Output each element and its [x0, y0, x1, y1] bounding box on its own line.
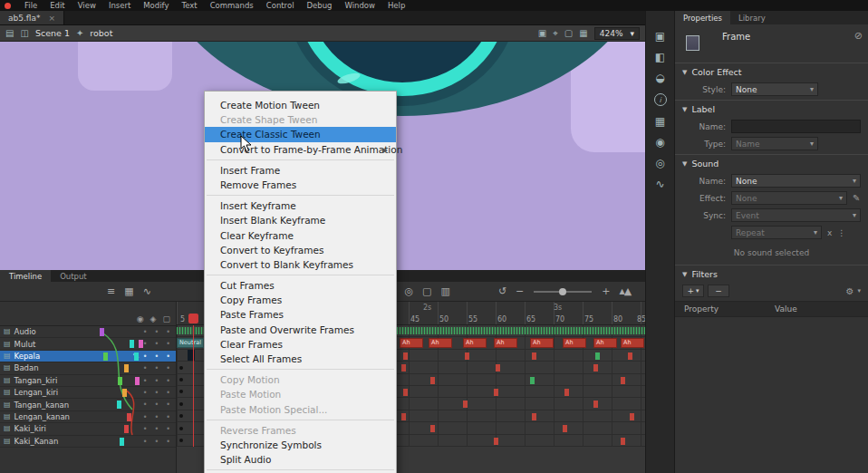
visibility-dot[interactable]: • — [143, 351, 148, 362]
keyframe-mark[interactable] — [135, 377, 140, 385]
frame-view-icon[interactable]: ▦ — [124, 286, 133, 296]
keyframe-mark[interactable] — [134, 352, 139, 361]
lock-dot[interactable]: • — [155, 338, 159, 350]
menu-view[interactable]: View — [72, 0, 102, 11]
zoom-in-icon[interactable]: + — [602, 286, 610, 296]
layer-row-kepala[interactable]: ▤ Kepala ✎ ••• — [0, 351, 176, 362]
keyframe-mark[interactable] — [118, 377, 122, 385]
frame-label[interactable]: Ah — [621, 338, 644, 348]
outline-dot[interactable]: • — [166, 436, 170, 448]
onion-skin-icon[interactable]: ◎ — [404, 286, 413, 296]
keyframe-mark[interactable] — [127, 413, 131, 421]
tab-library[interactable]: Library — [730, 11, 774, 24]
breadcrumb-symbol[interactable]: robot — [90, 28, 112, 38]
menu-item-clear-frames[interactable]: Clear Frames — [205, 337, 396, 352]
menu-item-select-all-frames[interactable]: Select All Frames — [205, 352, 396, 366]
visibility-dot[interactable]: • — [143, 387, 148, 399]
keyframe-mark[interactable] — [130, 340, 134, 348]
frame-label[interactable]: Neutral — [177, 338, 204, 348]
paint-bucket-icon[interactable]: ◒ — [655, 72, 664, 83]
graph-panel-icon[interactable]: ∿ — [655, 179, 664, 189]
menu-edit[interactable]: Edit — [43, 0, 71, 11]
lock-dot[interactable]: • — [155, 399, 159, 410]
layer-row-kaki-kanan[interactable]: ▤ Kaki_Kanan ••• — [0, 436, 176, 448]
keyframe-mark[interactable] — [124, 364, 129, 372]
frame-label[interactable]: Ah — [593, 338, 617, 348]
camera-icon[interactable]: ▣ — [538, 29, 546, 38]
menu-item-insert-keyframe[interactable]: Insert Keyframe — [205, 198, 396, 213]
outline-column-icon[interactable]: ▢ — [162, 314, 170, 323]
visibility-dot[interactable]: • — [143, 411, 148, 423]
menu-item-convert-to-keyframes[interactable]: Convert to Keyframes — [205, 243, 396, 257]
lock-dot[interactable]: • — [155, 411, 159, 423]
filter-options-gear-icon[interactable]: ⚙ — [846, 286, 854, 296]
zoom-select[interactable]: 424% ▾ — [594, 27, 640, 40]
style-select[interactable]: None ▾ — [731, 82, 818, 96]
sound-name-select[interactable]: None ▾ — [731, 174, 861, 188]
menu-insert[interactable]: Insert — [102, 0, 137, 11]
lock-dot[interactable]: • — [155, 375, 159, 387]
outline-dot[interactable]: • — [166, 399, 170, 410]
timeline-menu-icon[interactable]: ≡ — [107, 286, 115, 296]
frame-label[interactable]: Ah — [530, 338, 554, 348]
menu-item-remove-frames[interactable]: Remove Frames — [205, 178, 396, 192]
outline-dot[interactable]: • — [166, 362, 170, 374]
outline-dot[interactable]: • — [166, 423, 170, 435]
layer-row-kaki-kiri[interactable]: ▤ Kaki_kiri ••• — [0, 423, 176, 435]
menu-file[interactable]: File — [18, 0, 43, 11]
tab-timeline[interactable]: Timeline — [0, 270, 51, 282]
collapse-triangle-icon[interactable]: ▼ — [682, 69, 687, 76]
repeat-count-stepper[interactable]: ⋮ — [837, 228, 845, 237]
layer-row-tangan-kanan[interactable]: ▤ Tangan_kanan ••• — [0, 399, 176, 410]
layer-row-tangan-kiri[interactable]: ▤ Tangan_kiri ••• — [0, 375, 176, 387]
breadcrumb-scene[interactable]: Scene 1 — [35, 28, 70, 38]
playhead[interactable] — [188, 314, 198, 323]
lock-dot[interactable]: • — [155, 351, 159, 362]
add-filter-button[interactable]: + ▾ — [682, 285, 704, 297]
collapse-triangle-icon[interactable]: ▼ — [682, 271, 687, 278]
graph-editor-icon[interactable]: ∿ — [143, 286, 151, 296]
menu-debug[interactable]: Debug — [301, 0, 339, 11]
menu-item-copy-frames[interactable]: Copy Frames — [205, 293, 396, 307]
outline-dot[interactable]: • — [166, 338, 170, 350]
menu-control[interactable]: Control — [260, 0, 301, 11]
lock-dot[interactable]: • — [155, 362, 159, 374]
visibility-dot[interactable]: • — [143, 423, 148, 435]
keyframe-mark[interactable] — [120, 438, 124, 446]
menu-item-clear-keyframe[interactable]: Clear Keyframe — [205, 228, 396, 243]
info-icon[interactable]: i — [654, 93, 667, 106]
menu-text[interactable]: Text — [175, 0, 203, 11]
frame-label[interactable]: Ah — [429, 338, 452, 348]
clip-content-icon[interactable]: ▢ — [564, 29, 573, 38]
remove-filter-button[interactable]: − — [708, 285, 729, 297]
frame-size-slider[interactable] — [534, 291, 592, 293]
label-name-input[interactable] — [731, 120, 861, 133]
tab-properties[interactable]: Properties — [675, 11, 730, 24]
lock-dot[interactable]: • — [155, 387, 159, 399]
loop-icon[interactable]: ↺ — [498, 286, 506, 296]
keyframe-mark[interactable] — [103, 352, 108, 361]
outline-dot[interactable]: • — [166, 411, 170, 423]
grid-icon[interactable]: ▦ — [579, 29, 587, 38]
outline-dot[interactable]: • — [166, 387, 170, 399]
menu-help[interactable]: Help — [381, 0, 411, 11]
menu-item-insert-blank-keyframe[interactable]: Insert Blank Keyframe — [205, 213, 396, 227]
menu-item-insert-frame[interactable]: Insert Frame — [205, 163, 396, 178]
edit-envelope-icon[interactable]: ✎ — [853, 193, 860, 203]
swatches-panel-icon[interactable]: ◉ — [655, 137, 664, 148]
keyframe-mark[interactable] — [117, 401, 121, 409]
outline-dot[interactable]: • — [166, 326, 170, 338]
layer-row-mulut[interactable]: ▤ Mulut ••• — [0, 338, 176, 350]
keyframe-mark[interactable] — [100, 328, 104, 336]
menu-modify[interactable]: Modify — [137, 0, 175, 11]
menu-item-create-motion-tween[interactable]: Create Motion Tween — [205, 98, 396, 112]
collapse-triangle-icon[interactable]: ▼ — [682, 106, 687, 113]
collapse-triangle-icon[interactable]: ▼ — [682, 160, 687, 168]
menu-item-paste-overwrite-frames[interactable]: Paste and Overwrite Frames — [205, 323, 396, 337]
frame-size-large-icon[interactable]: ▲ — [624, 286, 632, 296]
menu-item-split-audio[interactable]: Split Audio — [205, 452, 396, 467]
visibility-dot[interactable]: • — [143, 326, 148, 338]
document-tab[interactable]: ab5.fla* × — [0, 11, 64, 24]
lock-dot[interactable]: • — [155, 436, 159, 448]
layer-row-audio[interactable]: ▤ Audio ••• — [0, 326, 176, 338]
